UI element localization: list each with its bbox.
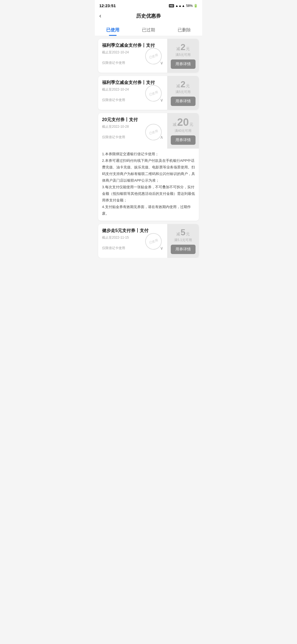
discount-label-2: 减	[176, 84, 180, 89]
coupon-right-1: 减 2 元 满5元可用 用券详情	[167, 39, 199, 73]
coupon-list: 福利季立减金支付券丨支付 截止至2022-10-24 已使用 仅限借记卡使用 ∨…	[95, 39, 202, 258]
expand-chevron-4[interactable]: ∨	[160, 245, 163, 251]
discount-condition-2: 满5元可用	[175, 90, 191, 94]
coupon-card-2: 福利季立减金支付券丨支付 截止至2022-10-24 已使用 仅限借记卡使用 ∨…	[98, 76, 199, 110]
status-time: 12:23:51	[99, 3, 116, 8]
use-detail-btn-1[interactable]: 用券详情	[171, 59, 196, 69]
coupon-card: 福利季立减金支付券丨支付 截止至2022-10-24 已使用 仅限借记卡使用 ∨…	[98, 39, 199, 73]
status-bar: 12:23:51 HD ▲▲▲ 58% 🔋	[95, 0, 202, 10]
tab-used[interactable]: 已使用	[95, 23, 131, 36]
coupon-restrict-2: 仅限借记卡使用	[102, 98, 125, 102]
discount-label-3: 减	[173, 122, 177, 127]
discount-label-1: 减	[176, 47, 180, 51]
discount-label-4: 减	[176, 232, 180, 237]
battery-icon: 58% 🔋	[186, 4, 198, 8]
header: ‹ 历史优惠券	[95, 10, 202, 23]
tab-deleted[interactable]: 已删除	[166, 23, 202, 36]
discount-row-4: 减 5 元	[176, 228, 190, 237]
discount-unit-3: 元	[189, 122, 193, 127]
discount-amount-1: 2	[181, 43, 186, 51]
use-detail-btn-2[interactable]: 用券详情	[171, 97, 196, 106]
discount-condition-3: 满40元可用	[175, 129, 191, 133]
coupon-restrict-3: 仅限借记卡使用	[102, 135, 125, 140]
use-detail-btn-3[interactable]: 用券详情	[171, 135, 196, 145]
discount-unit-2: 元	[186, 84, 190, 89]
hd-badge: HD	[169, 4, 174, 7]
coupon-restrict-1: 仅限借记卡使用	[102, 61, 125, 65]
discount-row-3: 减 20 元	[173, 117, 193, 127]
coupon-right-4: 减 5 元 满5.1元可用 用券详情	[167, 224, 199, 258]
coupon-card-3: 20元支付券丨支付 截止至2022-10-28 已使用 仅限借记卡使用 ∧ 减 …	[98, 113, 199, 221]
coupon-right-3: 减 20 元 满40元可用 用券详情	[167, 113, 199, 149]
coupon-detail-text-3: 1.本券限绑定交通银行借记卡使用； 2.本券可通过扫码付向线下商户付款及在手机银…	[98, 149, 199, 221]
back-button[interactable]: ‹	[99, 12, 108, 20]
use-detail-btn-4[interactable]: 用券详情	[171, 245, 196, 254]
discount-unit-4: 元	[186, 232, 190, 237]
coupon-left-1: 福利季立减金支付券丨支付 截止至2022-10-24 已使用 仅限借记卡使用 ∨	[98, 39, 167, 73]
discount-amount-4: 5	[181, 228, 186, 237]
coupon-right-2: 减 2 元 满5元可用 用券详情	[167, 76, 199, 110]
discount-row-2: 减 2 元	[176, 80, 190, 89]
coupon-left-4: 健步走5元支付券丨支付 截止至2022-11-15 已使用 仅限借记卡使用 ∨	[98, 224, 167, 258]
coupon-left-3: 20元支付券丨支付 截止至2022-10-28 已使用 仅限借记卡使用 ∧	[98, 113, 167, 149]
discount-condition-1: 满5元可用	[175, 53, 191, 57]
coupon-title-3: 20元支付券丨支付	[102, 117, 163, 123]
tab-bar: 已使用 已过期 已删除	[95, 23, 202, 36]
coupon-restrict-4: 仅限借记卡使用	[102, 246, 125, 250]
status-icons: HD ▲▲▲ 58% 🔋	[169, 4, 198, 8]
expand-chevron-2[interactable]: ∨	[160, 97, 163, 103]
coupon-left-2: 福利季立减金支付券丨支付 截止至2022-10-24 已使用 仅限借记卡使用 ∨	[98, 76, 167, 110]
discount-amount-3: 20	[177, 117, 189, 127]
discount-condition-4: 满5.1元可用	[174, 238, 192, 242]
page-title: 历史优惠券	[136, 13, 161, 19]
discount-amount-2: 2	[181, 80, 186, 89]
tab-expired[interactable]: 已过期	[131, 23, 166, 36]
expand-chevron-1[interactable]: ∨	[160, 60, 163, 66]
discount-row-1: 减 2 元	[176, 43, 190, 51]
signal-icon: ▲▲▲	[175, 4, 185, 8]
discount-unit-1: 元	[186, 47, 190, 51]
coupon-card-4: 健步走5元支付券丨支付 截止至2022-11-15 已使用 仅限借记卡使用 ∨ …	[98, 224, 199, 258]
